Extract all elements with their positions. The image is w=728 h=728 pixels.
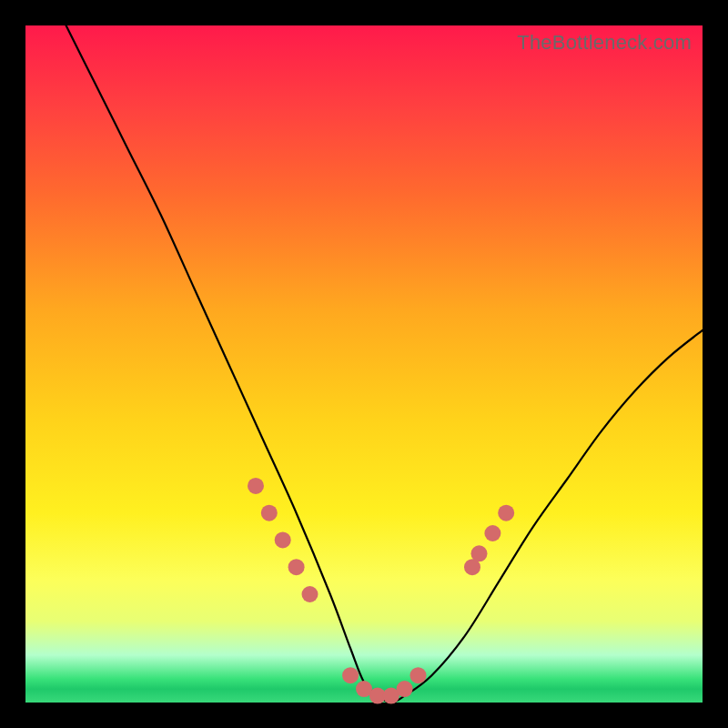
curve-layer bbox=[25, 25, 703, 703]
highlight-markers bbox=[248, 478, 514, 704]
highlight-marker bbox=[261, 505, 278, 521]
plot-area: TheBottleneck.com bbox=[25, 25, 703, 703]
highlight-marker bbox=[248, 478, 264, 494]
highlight-marker bbox=[288, 559, 305, 575]
highlight-marker bbox=[275, 531, 291, 548]
highlight-marker bbox=[471, 545, 488, 561]
highlight-marker bbox=[342, 667, 359, 683]
highlight-marker bbox=[397, 681, 413, 697]
chart-stage: TheBottleneck.com bbox=[0, 0, 728, 728]
bottleneck-curve bbox=[66, 25, 703, 703]
highlight-marker bbox=[410, 667, 427, 683]
highlight-marker bbox=[302, 586, 318, 602]
highlight-marker bbox=[484, 525, 500, 541]
highlight-marker bbox=[498, 505, 514, 521]
